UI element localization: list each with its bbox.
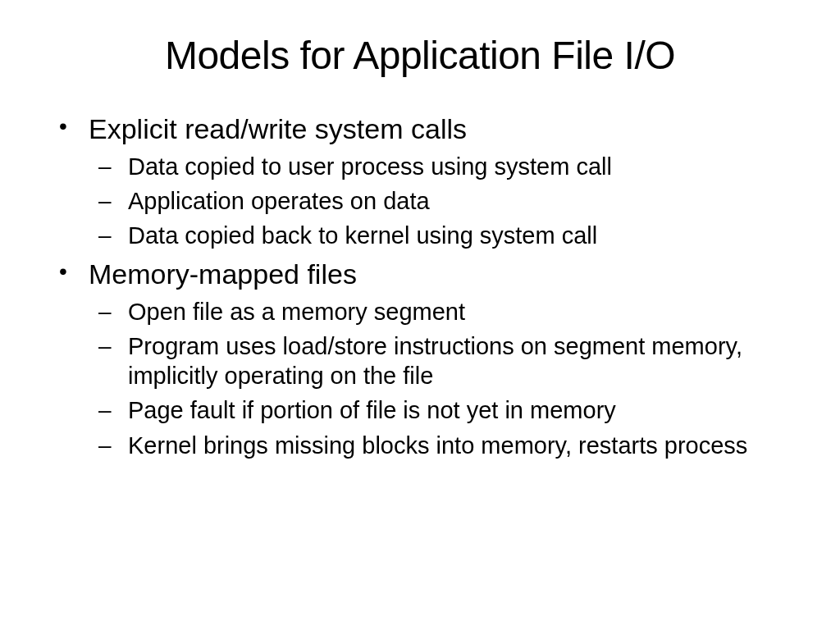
slide-title: Models for Application File I/O xyxy=(49,33,791,78)
bullet-list: Explicit read/write system calls Data co… xyxy=(49,111,791,460)
bullet-level-1: Explicit read/write system calls xyxy=(49,111,791,148)
bullet-level-2: Data copied back to kernel using system … xyxy=(49,221,791,250)
bullet-level-2: Kernel brings missing blocks into memory… xyxy=(49,431,791,460)
bullet-level-2: Open file as a memory segment xyxy=(49,297,791,326)
bullet-level-2: Data copied to user process using system… xyxy=(49,152,791,181)
bullet-level-2: Application operates on data xyxy=(49,186,791,216)
bullet-level-1: Memory-mapped files xyxy=(49,256,791,294)
bullet-level-2: Program uses load/store instructions on … xyxy=(49,331,791,391)
bullet-level-2: Page fault if portion of file is not yet… xyxy=(49,395,791,425)
